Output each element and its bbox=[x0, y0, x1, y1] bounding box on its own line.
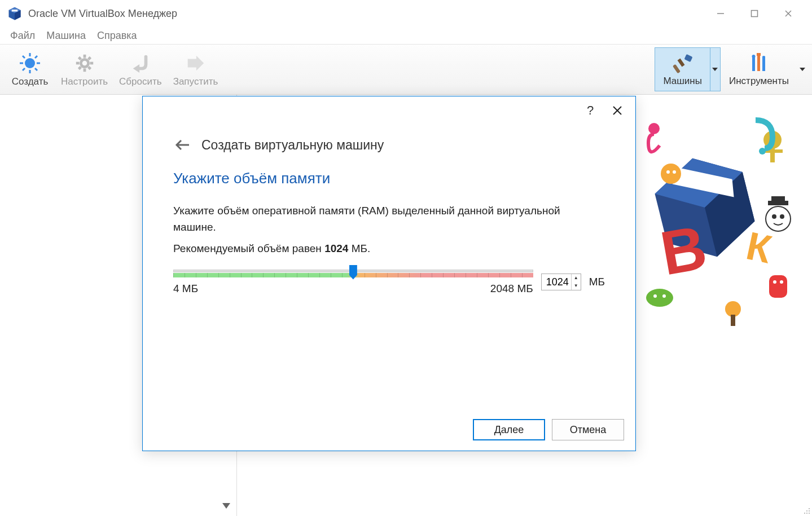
svg-point-35 bbox=[752, 55, 755, 58]
toolbar-label: Инструменты bbox=[729, 76, 789, 87]
dialog-section-title: Укажите объём памяти bbox=[173, 170, 605, 187]
svg-point-47 bbox=[759, 148, 766, 155]
tools-icon bbox=[748, 52, 770, 74]
window-title: Oracle VM VirtualBox Менеджер bbox=[28, 8, 704, 20]
back-button[interactable] bbox=[173, 136, 191, 154]
memory-input[interactable] bbox=[542, 274, 571, 290]
svg-marker-26 bbox=[133, 64, 139, 73]
svg-rect-33 bbox=[757, 55, 760, 71]
menu-help[interactable]: Справка bbox=[93, 29, 142, 43]
dialog-description: Укажите объём оперативной памяти (RAM) в… bbox=[173, 203, 605, 235]
gear-icon bbox=[73, 51, 96, 75]
svg-point-43 bbox=[648, 123, 660, 134]
svg-line-15 bbox=[35, 56, 37, 58]
toolbar-label: Настроить bbox=[61, 76, 108, 87]
svg-line-24 bbox=[88, 58, 90, 60]
slider-thumb[interactable] bbox=[349, 265, 357, 280]
svg-point-63 bbox=[780, 280, 783, 284]
svg-point-64 bbox=[725, 301, 741, 317]
svg-line-14 bbox=[35, 68, 37, 70]
svg-point-8 bbox=[25, 58, 35, 68]
svg-marker-38 bbox=[222, 503, 230, 509]
svg-point-50 bbox=[673, 170, 676, 174]
hammer-icon bbox=[671, 52, 694, 74]
svg-line-16 bbox=[23, 68, 25, 70]
sun-icon bbox=[18, 51, 42, 75]
svg-point-54 bbox=[772, 214, 776, 219]
svg-point-55 bbox=[780, 214, 784, 219]
discard-arrow-icon bbox=[129, 51, 152, 75]
svg-rect-5 bbox=[752, 11, 758, 17]
svg-rect-34 bbox=[762, 59, 765, 71]
spin-up-button[interactable]: ▲ bbox=[572, 274, 581, 282]
menu-machine[interactable]: Машина bbox=[42, 29, 90, 43]
close-button[interactable] bbox=[771, 2, 805, 25]
svg-rect-30 bbox=[677, 59, 684, 67]
svg-rect-57 bbox=[771, 196, 785, 202]
svg-marker-27 bbox=[188, 56, 204, 71]
machines-dropdown[interactable] bbox=[710, 47, 721, 91]
svg-rect-36 bbox=[757, 53, 761, 56]
start-button[interactable]: Запустить bbox=[168, 49, 224, 90]
slider-max-label: 2048 МБ bbox=[490, 283, 533, 295]
resize-grip[interactable] bbox=[802, 506, 810, 514]
svg-marker-31 bbox=[712, 68, 718, 71]
svg-point-62 bbox=[773, 280, 776, 284]
svg-text:К: К bbox=[743, 223, 775, 271]
start-arrow-icon bbox=[183, 51, 207, 75]
svg-line-22 bbox=[78, 58, 81, 60]
dialog-help-button[interactable]: ? bbox=[577, 99, 604, 122]
machines-tab[interactable]: Машины bbox=[655, 47, 710, 91]
menu-file[interactable]: Файл bbox=[6, 29, 39, 43]
memory-slider[interactable]: 4 МБ 2048 МБ bbox=[173, 270, 533, 295]
svg-rect-29 bbox=[673, 64, 681, 74]
svg-point-49 bbox=[666, 170, 670, 174]
tools-tab[interactable]: Инструменты bbox=[721, 47, 797, 91]
dialog-header-title: Создать виртуальную машину bbox=[201, 138, 384, 153]
slider-min-label: 4 МБ bbox=[173, 283, 198, 295]
svg-rect-61 bbox=[769, 275, 787, 298]
svg-point-17 bbox=[81, 59, 88, 67]
toolbar: Создать Настроить Сбросить Запустить Маш… bbox=[0, 44, 812, 95]
menubar: Файл Машина Справка bbox=[0, 27, 812, 44]
svg-point-48 bbox=[661, 164, 681, 184]
virtualbox-icon bbox=[7, 6, 23, 21]
svg-marker-3 bbox=[12, 10, 18, 12]
window-titlebar: Oracle VM VirtualBox Менеджер bbox=[0, 0, 812, 27]
memory-spinbox[interactable]: ▲ ▼ bbox=[541, 274, 581, 290]
memory-unit-label: МБ bbox=[589, 276, 605, 288]
svg-point-58 bbox=[646, 289, 673, 307]
dialog-recommendation: Рекомендуемый объём равен 1024 МБ. bbox=[173, 241, 605, 257]
svg-marker-37 bbox=[800, 68, 805, 71]
svg-rect-65 bbox=[731, 315, 735, 326]
svg-line-23 bbox=[88, 67, 90, 69]
toolbar-label: Создать bbox=[12, 76, 49, 87]
next-button[interactable]: Далее bbox=[473, 419, 545, 440]
settings-button[interactable]: Настроить bbox=[55, 49, 113, 90]
sidebar-collapse-icon[interactable] bbox=[220, 499, 233, 513]
create-vm-dialog: ? Создать виртуальную машину Укажите объ… bbox=[142, 96, 636, 451]
spin-down-button[interactable]: ▼ bbox=[572, 282, 581, 290]
svg-rect-32 bbox=[752, 58, 755, 71]
svg-point-53 bbox=[766, 206, 791, 231]
toolbar-label: Запустить bbox=[173, 76, 218, 87]
tools-dropdown[interactable] bbox=[797, 47, 807, 91]
toolbar-label: Машины bbox=[663, 76, 702, 87]
discard-button[interactable]: Сбросить bbox=[113, 49, 168, 90]
svg-line-25 bbox=[78, 67, 81, 69]
svg-point-59 bbox=[653, 294, 657, 298]
dialog-close-button[interactable] bbox=[604, 99, 631, 122]
svg-rect-28 bbox=[684, 54, 692, 62]
toolbar-label: Сбросить bbox=[119, 76, 162, 87]
virtualbox-splash-graphic: В К bbox=[631, 117, 812, 332]
minimize-button[interactable] bbox=[704, 2, 738, 25]
maximize-button[interactable] bbox=[738, 2, 771, 25]
svg-point-60 bbox=[662, 294, 666, 298]
svg-line-13 bbox=[23, 56, 25, 58]
create-button[interactable]: Создать bbox=[5, 49, 55, 90]
cancel-button[interactable]: Отмена bbox=[552, 419, 624, 440]
